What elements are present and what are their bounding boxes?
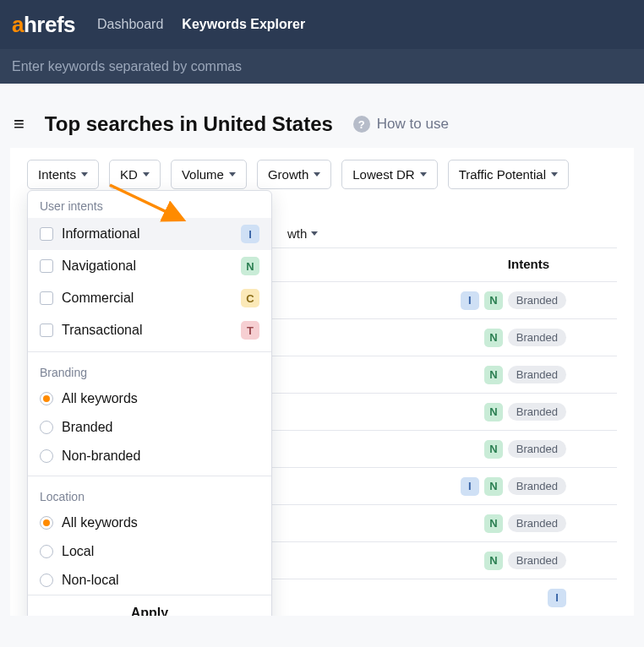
branding-option-all-keywords[interactable]: All keywords — [28, 384, 271, 413]
intent-option-transactional[interactable]: TransactionalT — [28, 314, 271, 346]
intent-option-navigational[interactable]: NavigationalN — [28, 250, 271, 282]
page-title: Top searches in United States — [45, 112, 333, 136]
intent-badge-icon: N — [241, 257, 259, 275]
radio-icon — [40, 449, 53, 463]
checkbox-icon — [40, 291, 53, 305]
intent-option-label: Informational — [62, 226, 232, 242]
intent-badge-icon: N — [484, 403, 503, 421]
filters-row: IntentsKDVolumeGrowthLowest DRTraffic Po… — [27, 160, 617, 189]
row-intents: NBranded — [484, 329, 614, 347]
menu-icon[interactable]: ≡ — [14, 113, 25, 135]
location-option-all-keywords[interactable]: All keywords — [28, 508, 271, 537]
filter-traffic-potential[interactable]: Traffic Potential — [448, 160, 569, 189]
radio-icon — [40, 574, 53, 587]
growth-column-label: wth — [287, 226, 307, 241]
chevron-down-icon — [311, 231, 318, 236]
filter-growth[interactable]: Growth — [257, 160, 331, 189]
branded-pill: Branded — [508, 291, 566, 309]
intent-badge-icon: I — [548, 589, 566, 607]
branding-option-label: Non-branded — [62, 449, 259, 464]
intent-badge-icon: C — [241, 289, 259, 307]
location-option-non-local[interactable]: Non-local — [28, 566, 271, 595]
filter-label: Traffic Potential — [459, 167, 546, 182]
intent-badge-icon: N — [484, 291, 503, 310]
chevron-down-icon — [143, 172, 150, 177]
intent-badge-icon: N — [484, 477, 503, 496]
intent-option-informational[interactable]: InformationalI — [28, 218, 271, 250]
intent-badge-icon: I — [461, 477, 479, 496]
intent-badge-icon: N — [484, 329, 503, 347]
filter-label: Volume — [182, 167, 224, 182]
title-bar: ≡ Top searches in United States ? How to… — [0, 84, 644, 148]
dropdown-section-location: Location — [28, 481, 271, 508]
row-intents: I — [548, 589, 614, 607]
keyword-search-bar — [0, 49, 644, 84]
radio-icon — [40, 392, 53, 405]
filter-kd[interactable]: KD — [109, 160, 161, 189]
row-intents: NBranded — [484, 440, 614, 459]
row-intents: INBranded — [461, 291, 614, 310]
intent-badge-icon: I — [241, 225, 259, 243]
chevron-down-icon — [314, 172, 320, 177]
intents-dropdown: User intents InformationalINavigationalN… — [27, 190, 272, 616]
branded-pill: Branded — [508, 477, 566, 495]
filter-intents[interactable]: Intents — [27, 160, 99, 189]
filter-lowest-dr[interactable]: Lowest DR — [341, 160, 437, 189]
growth-column-toggle[interactable]: wth — [287, 226, 318, 241]
intent-badge-icon: N — [484, 514, 503, 533]
branding-option-branded[interactable]: Branded — [28, 413, 271, 442]
filter-label: KD — [120, 167, 138, 182]
row-intents: NBranded — [484, 552, 614, 570]
main-panel: IntentsKDVolumeGrowthLowest DRTraffic Po… — [10, 148, 634, 616]
nav-link-dashboard[interactable]: Dashboard — [97, 17, 163, 32]
ahrefs-logo: ahrefs — [12, 12, 75, 38]
branded-pill: Branded — [508, 403, 566, 421]
radio-icon — [40, 516, 53, 530]
checkbox-icon — [40, 227, 53, 241]
location-option-label: All keywords — [62, 515, 259, 530]
chevron-down-icon — [229, 172, 236, 177]
filter-label: Lowest DR — [352, 167, 414, 182]
dropdown-section-branding: Branding — [28, 357, 271, 384]
dropdown-section-user-intents: User intents — [28, 191, 271, 218]
branding-option-non-branded[interactable]: Non-branded — [28, 442, 271, 470]
help-icon: ? — [353, 116, 370, 133]
dropdown-divider — [28, 351, 271, 352]
chevron-down-icon — [420, 172, 427, 177]
nav-link-keywords-explorer[interactable]: Keywords Explorer — [182, 17, 305, 32]
branded-pill: Branded — [508, 440, 566, 458]
branded-pill: Branded — [508, 366, 566, 383]
filter-label: Growth — [268, 167, 308, 182]
location-option-label: Non-local — [62, 573, 259, 588]
row-intents: NBranded — [484, 514, 614, 533]
location-option-label: Local — [62, 544, 259, 559]
checkbox-icon — [40, 324, 53, 337]
branding-option-label: All keywords — [62, 391, 259, 406]
intent-option-label: Transactional — [62, 323, 232, 338]
intent-badge-icon: N — [484, 366, 503, 384]
dropdown-divider — [28, 476, 271, 476]
chevron-down-icon — [551, 172, 558, 177]
radio-icon — [40, 421, 53, 434]
branded-pill: Branded — [508, 329, 566, 346]
row-intents: INBranded — [461, 477, 614, 496]
row-intents: NBranded — [484, 403, 614, 421]
branded-pill: Branded — [508, 552, 566, 569]
checkbox-icon — [40, 259, 53, 273]
intent-option-label: Navigational — [62, 258, 232, 274]
column-header-intents: Intents — [508, 257, 617, 271]
location-option-local[interactable]: Local — [28, 537, 271, 566]
top-navbar: ahrefs DashboardKeywords Explorer — [0, 0, 644, 49]
how-to-use-link[interactable]: ? How to use — [353, 116, 449, 133]
intent-badge-icon: N — [484, 552, 503, 570]
row-intents: NBranded — [484, 366, 614, 384]
apply-button[interactable]: Apply — [28, 595, 271, 616]
keyword-search-input[interactable] — [12, 59, 632, 74]
radio-icon — [40, 545, 53, 558]
intent-badge-icon: I — [461, 291, 479, 310]
intent-option-commercial[interactable]: CommercialC — [28, 282, 271, 314]
chevron-down-icon — [81, 172, 88, 177]
filter-label: Intents — [38, 167, 76, 182]
filter-volume[interactable]: Volume — [171, 160, 247, 189]
branding-option-label: Branded — [62, 420, 259, 435]
